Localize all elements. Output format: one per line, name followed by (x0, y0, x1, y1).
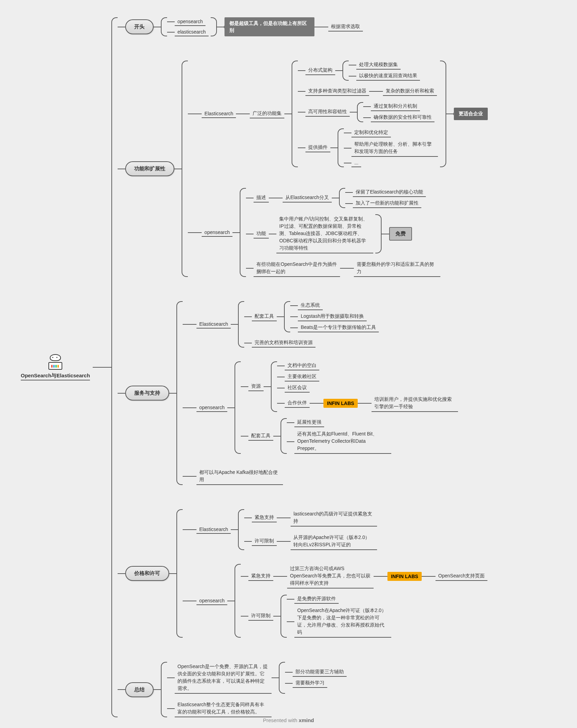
price-es-support[interactable]: 紧急支持 (252, 513, 277, 522)
svc-es-tools-c[interactable]: Beats是一个专注于数据传输的工具 (298, 323, 379, 332)
price-es[interactable]: Elasticsearch (196, 525, 231, 534)
func-es-arch[interactable]: 分布式架构 (305, 66, 335, 75)
svc-os-tools[interactable]: 配套工具 (248, 432, 273, 441)
func-os-desc-from[interactable]: 从Elasticsearch分叉 (283, 194, 331, 203)
svc-es-tools[interactable]: 配套工具 (252, 312, 277, 321)
func-es-plugin-c[interactable]: ... (351, 159, 361, 167)
section-func[interactable]: 功能和扩展性 (125, 161, 174, 176)
func-es-plugin-b[interactable]: 帮助用户处理映射、分析、脚本引擎和发现等方面的任务 (351, 140, 438, 157)
price-es-lic-a[interactable]: 从开源的Apache许可证（版本2.0）转向ELv2和SSPL许可证的 (291, 533, 377, 550)
func-es-ha-b[interactable]: 确保数据的安全性和可靠性 (371, 113, 434, 122)
svc-es[interactable]: Elasticsearch (196, 320, 231, 329)
section-price[interactable]: 价格和许可 (125, 566, 169, 581)
func-es-arch-a[interactable]: 处理大规模数据集 (356, 61, 401, 70)
price-os-infinlabs[interactable]: INFIN LABS (387, 572, 422, 581)
func-os[interactable]: opensearch (202, 228, 232, 237)
price-os-lic-a[interactable]: 是免费的开源软件 (294, 595, 339, 604)
svc-os-tools-b[interactable]: 还有其他工具如Fluentd、Fluent Bit、OpenTelemetry … (294, 429, 391, 454)
section-intro[interactable]: 开头 (125, 19, 154, 34)
svc-os-res-b[interactable]: 主要依赖社区 (285, 372, 319, 381)
section-svc[interactable]: 服务与支持 (125, 386, 169, 401)
sum-os-a[interactable]: 部分功能需要三方辅助 (293, 668, 347, 677)
price-os-support[interactable]: 紧急支持 (248, 572, 273, 581)
price-os-lic[interactable]: 许可限制 (248, 612, 273, 621)
svc-os[interactable]: opensearch (196, 404, 227, 412)
price-os-lic-b[interactable]: OpenSearch在Apache许可证（版本2.0）下是免费的，这是一种非常宽… (294, 606, 391, 638)
svc-kafka[interactable]: 都可以与Apache Kafka很好地配合使用 (196, 468, 283, 485)
price-os[interactable]: opensearch (196, 597, 227, 605)
func-es-ha-a[interactable]: 通过复制和分片机制 (371, 102, 420, 111)
func-es[interactable]: Elasticsearch (202, 110, 236, 118)
func-es-plugin-a[interactable]: 定制和优化特定 (351, 128, 391, 137)
svc-os-tools-a[interactable]: 延展性更强 (294, 418, 324, 427)
sum-os[interactable]: OpenSearch是一个免费、开源的工具，提供全面的安全功能和良好的可扩展性。… (175, 662, 272, 694)
func-os-bundle[interactable]: 有些功能在OpenSearch中是作为插件捆绑在一起的 (254, 260, 340, 277)
func-os-free-badge: 免费 (389, 227, 412, 241)
sum-es[interactable]: Elasticsearch整个生态更完备同样具有丰富的功能和可视化工具，但价格较… (175, 700, 272, 717)
func-os-desc[interactable]: 描述 (254, 194, 269, 203)
func-es-query-sub[interactable]: 复杂的数据分析和检索 (383, 87, 437, 96)
func-es-ha[interactable]: 高可用性和容错性 (305, 108, 350, 117)
svc-os-res-c[interactable]: 社区会议 (285, 384, 310, 393)
svc-os-infinlabs[interactable]: INFIN LABS (323, 399, 358, 408)
intro-note[interactable]: 根据需求选取 (328, 23, 363, 32)
footer: Presented with xmind (0, 717, 577, 723)
intro-opensearch[interactable]: opensearch (175, 18, 205, 26)
svc-es-tools-b[interactable]: Logstash用于数据摄取和转换 (298, 312, 367, 321)
price-os-hl-sub[interactable]: OpenSearch支持页面 (436, 572, 488, 581)
func-os-func[interactable]: 功能 (254, 230, 269, 239)
person-laptop-icon (47, 354, 64, 370)
func-es-featset[interactable]: 广泛的功能集 (250, 109, 284, 118)
section-summary[interactable]: 总结 (125, 682, 154, 697)
func-os-func-detail[interactable]: 集中用户账户/访问控制、交叉集群复制、IP过滤、可配置的数据保留期、异常检测、T… (276, 214, 373, 253)
intro-elasticsearch[interactable]: elasticsearch (175, 28, 209, 36)
intro-callout: 都是超级工具，但是在功能上有所区别 (225, 17, 314, 36)
price-es-lic[interactable]: 许可限制 (252, 537, 277, 546)
svc-os-res[interactable]: 资源 (248, 382, 264, 391)
svc-os-res-a[interactable]: 文档中的空白 (285, 361, 319, 370)
footer-brand: xmind (299, 717, 314, 723)
root-title: OpenSearch与Elasticsearch (21, 372, 90, 380)
svc-os-hl-note[interactable]: 培训新用户，并提供实施和优化搜索引擎的第一手经验 (372, 395, 458, 412)
root-node[interactable]: OpenSearch与Elasticsearch (21, 354, 90, 380)
svc-es-docs[interactable]: 完善的文档资料和培训资源 (252, 339, 315, 348)
sum-os-b[interactable]: 需要额外学习 (293, 679, 327, 688)
func-os-bundle-note[interactable]: 需要您额外的学习和适应新工具的努力 (354, 260, 440, 277)
func-os-desc-b[interactable]: 加入了一些新的功能和扩展性 (353, 199, 421, 208)
price-os-support-a[interactable]: 过第三方咨询公司或AWS OpenSearch等免费工具，您也可以获得同样水平的… (287, 564, 374, 588)
price-es-support-a[interactable]: lasticsearch的高级许可证提供紧急支持 (291, 509, 377, 527)
func-es-plugin[interactable]: 提供插件 (305, 143, 330, 152)
svc-es-tools-a[interactable]: 生态系统 (298, 301, 323, 310)
svc-os-res-d[interactable]: 合作伙伴 (285, 399, 310, 408)
func-os-desc-a[interactable]: 保留了Elasticsearch的核心功能 (353, 188, 426, 197)
func-es-ent-callout: 更适合企业 (454, 108, 488, 120)
func-es-arch-b[interactable]: 以极快的速度返回查询结果 (356, 72, 420, 81)
func-es-query[interactable]: 支持多种查询类型和过滤器 (305, 87, 369, 96)
footer-pre: Presented with (263, 717, 299, 723)
